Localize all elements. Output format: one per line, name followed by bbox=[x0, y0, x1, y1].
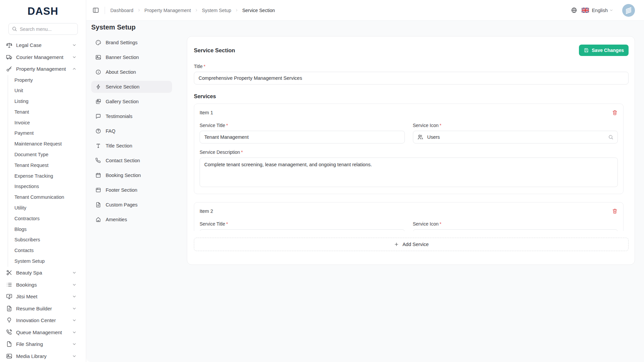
item-fields-row: Service Title* Service Icon* bbox=[200, 123, 618, 143]
item-heading: Item 1 bbox=[200, 110, 213, 115]
add-service-button[interactable]: Add Service bbox=[194, 238, 629, 251]
chevron-down-icon bbox=[72, 294, 77, 299]
service-title-input[interactable] bbox=[200, 229, 405, 231]
images-icon bbox=[95, 99, 101, 105]
page-title: System Setup bbox=[91, 23, 136, 31]
sidebar-item-label: Bookings bbox=[16, 282, 37, 288]
breadcrumb-current: Service Section bbox=[242, 8, 275, 13]
required-marker: * bbox=[440, 123, 441, 128]
sidebar-item[interactable]: File Sharing bbox=[0, 338, 86, 350]
key-icon bbox=[6, 66, 12, 72]
sidebar-item-label: Queue Management bbox=[16, 329, 62, 335]
sidebar-toggle-icon[interactable] bbox=[92, 7, 99, 14]
globe-icon[interactable] bbox=[571, 7, 577, 13]
scale-icon bbox=[6, 42, 12, 48]
submenu-item[interactable]: Footer Section bbox=[91, 184, 172, 196]
sidebar-item[interactable]: Property Management bbox=[0, 63, 86, 75]
app-logo-text: DASH bbox=[28, 5, 58, 17]
sidebar-subitem[interactable]: Tenant Communication bbox=[8, 192, 86, 203]
sidebar-group: Resume Builder bbox=[0, 302, 86, 314]
service-title-group: Service Title* bbox=[200, 123, 405, 143]
sidebar-subitem[interactable]: Inspections bbox=[8, 181, 86, 192]
sidebar-subitem[interactable]: Document Type bbox=[8, 149, 86, 160]
submenu-item[interactable]: Testimonials bbox=[91, 110, 172, 122]
chevron-down-icon[interactable] bbox=[609, 8, 613, 12]
service-icon-label: Service Icon* bbox=[413, 221, 618, 227]
submenu-item[interactable]: Title Section bbox=[91, 140, 172, 152]
submenu-item[interactable]: Contact Section bbox=[91, 155, 172, 167]
breadcrumb-dashboard[interactable]: Dashboard bbox=[110, 8, 133, 13]
language-selector[interactable]: English bbox=[592, 8, 608, 13]
sidebar-subitem[interactable]: Listing bbox=[8, 96, 86, 107]
system-setup-submenu: Brand Settings Banner Section About Sect… bbox=[91, 37, 172, 228]
service-item-2: Item 2 Service Title* Service Icon* bbox=[194, 202, 624, 231]
sidebar-item-label: Resume Builder bbox=[16, 306, 52, 311]
sidebar-item[interactable]: Courier Management bbox=[0, 51, 86, 63]
service-icon-group: Service Icon* bbox=[413, 123, 618, 143]
service-icon-picker bbox=[413, 131, 618, 143]
delete-item-icon[interactable] bbox=[612, 208, 618, 214]
delete-item-icon[interactable] bbox=[612, 110, 618, 116]
submenu-item-label: FAQ bbox=[106, 128, 115, 134]
sidebar-item[interactable]: Jitsi Meet bbox=[0, 291, 86, 303]
title-input[interactable] bbox=[194, 72, 629, 84]
sidebar-item[interactable]: Resume Builder bbox=[0, 302, 86, 314]
topbar-divider bbox=[105, 7, 105, 14]
breadcrumb-property-management[interactable]: Property Management bbox=[145, 8, 191, 13]
submenu-item[interactable]: About Section bbox=[91, 66, 172, 78]
sidebar-subitem[interactable]: Utility bbox=[8, 203, 86, 214]
sidebar-item[interactable]: Queue Management bbox=[0, 326, 86, 338]
service-icon-input[interactable] bbox=[413, 131, 618, 143]
sidebar-subitem[interactable]: Payment bbox=[8, 128, 86, 139]
sidebar-item[interactable]: Bookings bbox=[0, 279, 86, 291]
sidebar-item[interactable]: Innovation Center bbox=[0, 314, 86, 326]
service-icon-input[interactable] bbox=[413, 229, 618, 231]
info-icon bbox=[95, 69, 101, 75]
sidebar-item[interactable]: Media Library bbox=[0, 350, 86, 362]
sidebar-subitem[interactable]: System Setup bbox=[8, 256, 86, 267]
submenu-item[interactable]: Brand Settings bbox=[91, 37, 172, 49]
submenu-item[interactable]: Service Section bbox=[91, 81, 172, 93]
image-icon bbox=[6, 353, 12, 359]
sidebar-group: Legal Case bbox=[0, 39, 86, 51]
submenu-item[interactable]: Amenities bbox=[91, 214, 172, 226]
sidebar-search bbox=[8, 23, 78, 35]
chevron-right-icon bbox=[137, 8, 141, 12]
sidebar-subitem[interactable]: Unit bbox=[8, 85, 86, 96]
submenu-item[interactable]: Gallery Section bbox=[91, 96, 172, 108]
sidebar-subitem[interactable]: Contractors bbox=[8, 214, 86, 224]
avatar[interactable] bbox=[622, 4, 635, 17]
required-marker: * bbox=[226, 123, 228, 128]
service-description-input[interactable]: Complete tenant screening, lease managem… bbox=[200, 158, 618, 187]
search-input[interactable] bbox=[8, 23, 78, 35]
save-changes-button[interactable]: Save Changes bbox=[579, 45, 629, 56]
sidebar-group: Beauty Spa bbox=[0, 267, 86, 279]
sidebar-subitem[interactable]: Contacts bbox=[8, 245, 86, 256]
sidebar-subitem[interactable]: Tenant Request bbox=[8, 160, 86, 171]
sidebar-item[interactable]: Beauty Spa bbox=[0, 267, 86, 279]
zap-icon bbox=[95, 84, 101, 90]
service-title-input[interactable] bbox=[200, 131, 405, 143]
required-marker: * bbox=[204, 64, 205, 69]
item-heading: Item 2 bbox=[200, 208, 213, 214]
sidebar-item[interactable]: Legal Case bbox=[0, 39, 86, 51]
icon-search-icon[interactable] bbox=[608, 134, 613, 140]
file-icon bbox=[6, 341, 12, 347]
submenu-item[interactable]: FAQ bbox=[91, 125, 172, 137]
sidebar-subitem[interactable]: Property bbox=[8, 75, 86, 86]
submenu-item[interactable]: Booking Section bbox=[91, 169, 172, 181]
sidebar-subitem[interactable]: Blogs bbox=[8, 224, 86, 235]
sidebar-subitem[interactable]: Maintenance Request bbox=[8, 139, 86, 149]
app-logo[interactable]: DASH bbox=[0, 5, 86, 17]
submenu-item[interactable]: Banner Section bbox=[91, 51, 172, 63]
submenu-item[interactable]: Custom Pages bbox=[91, 199, 172, 211]
submenu-item-label: Banner Section bbox=[106, 55, 139, 60]
sidebar-subitem[interactable]: Invoice bbox=[8, 118, 86, 128]
sidebar-subitem[interactable]: Tenant bbox=[8, 107, 86, 118]
breadcrumb-system-setup[interactable]: System Setup bbox=[202, 8, 231, 13]
uk-flag-icon[interactable] bbox=[582, 8, 589, 13]
save-icon bbox=[584, 48, 589, 53]
sidebar-subitem[interactable]: Expense Tracking bbox=[8, 171, 86, 182]
sidebar-subitem[interactable]: Subscribers bbox=[8, 235, 86, 245]
phone-call-icon bbox=[6, 329, 12, 336]
